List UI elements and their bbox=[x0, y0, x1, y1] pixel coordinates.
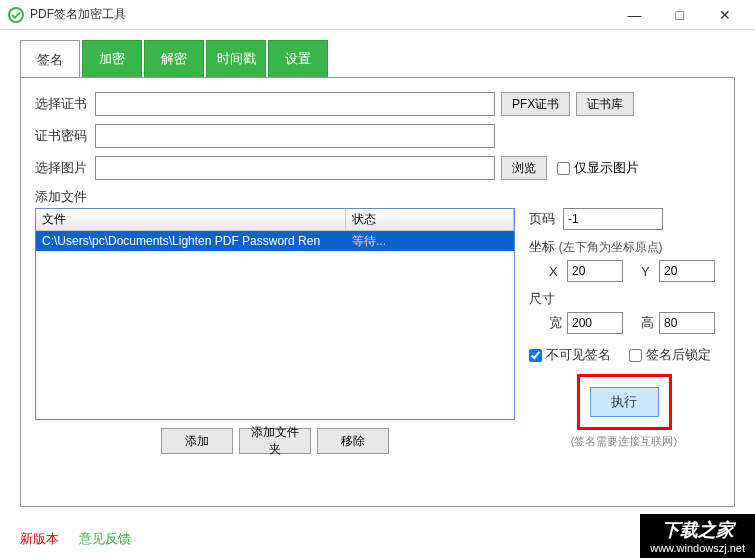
coord-note: (左下角为坐标原点) bbox=[559, 240, 663, 254]
col-file[interactable]: 文件 bbox=[36, 209, 346, 230]
invisible-sign-label[interactable]: 不可见签名 bbox=[529, 346, 611, 364]
execute-button[interactable]: 执行 bbox=[590, 387, 659, 417]
maximize-button[interactable]: □ bbox=[657, 0, 702, 30]
height-input[interactable] bbox=[659, 312, 715, 334]
y-input[interactable] bbox=[659, 260, 715, 282]
x-input[interactable] bbox=[567, 260, 623, 282]
close-button[interactable]: ✕ bbox=[702, 0, 747, 30]
app-icon bbox=[8, 7, 24, 23]
only-show-image-checkbox[interactable] bbox=[557, 162, 570, 175]
minimize-button[interactable]: — bbox=[612, 0, 657, 30]
main-panel: 选择证书 PFX证书 证书库 证书密码 选择图片 浏览 仅显示图片 添加文件 bbox=[20, 77, 735, 507]
invisible-sign-checkbox[interactable] bbox=[529, 349, 542, 362]
file-table[interactable]: 文件 状态 C:\Users\pc\Documents\Lighten PDF … bbox=[35, 208, 515, 420]
only-show-image-label[interactable]: 仅显示图片 bbox=[557, 159, 639, 177]
table-row[interactable]: C:\Users\pc\Documents\Lighten PDF Passwo… bbox=[36, 231, 514, 251]
window-controls: — □ ✕ bbox=[612, 0, 747, 30]
label-page: 页码 bbox=[529, 210, 563, 228]
watermark-cn: 下载之家 bbox=[650, 518, 745, 542]
remove-button[interactable]: 移除 bbox=[317, 428, 389, 454]
label-add-file: 添加文件 bbox=[35, 188, 95, 206]
page-input[interactable] bbox=[563, 208, 663, 230]
col-status[interactable]: 状态 bbox=[346, 209, 514, 230]
watermark: 下载之家 www.windowszj.net bbox=[640, 514, 755, 558]
execute-highlight: 执行 bbox=[577, 374, 672, 430]
add-folder-button[interactable]: 添加文件夹 bbox=[239, 428, 311, 454]
cert-password-input[interactable] bbox=[95, 124, 495, 148]
tab-encrypt[interactable]: 加密 bbox=[82, 40, 142, 78]
file-cell-name: C:\Users\pc\Documents\Lighten PDF Passwo… bbox=[36, 234, 346, 248]
watermark-url: www.windowszj.net bbox=[650, 542, 745, 554]
lock-after-sign-label[interactable]: 签名后锁定 bbox=[629, 346, 711, 364]
label-size: 尺寸 bbox=[529, 290, 719, 308]
tab-sign[interactable]: 签名 bbox=[20, 40, 80, 78]
label-height: 高 bbox=[641, 314, 659, 332]
label-y: Y bbox=[641, 264, 659, 279]
tab-decrypt[interactable]: 解密 bbox=[144, 40, 204, 78]
tab-settings[interactable]: 设置 bbox=[268, 40, 328, 78]
window-title: PDF签名加密工具 bbox=[30, 6, 126, 23]
label-select-image: 选择图片 bbox=[35, 159, 95, 177]
lock-after-sign-checkbox[interactable] bbox=[629, 349, 642, 362]
execute-note: (签名需要连接互联网) bbox=[529, 434, 719, 449]
cert-store-button[interactable]: 证书库 bbox=[576, 92, 634, 116]
label-cert-password: 证书密码 bbox=[35, 127, 95, 145]
pfx-cert-button[interactable]: PFX证书 bbox=[501, 92, 570, 116]
width-input[interactable] bbox=[567, 312, 623, 334]
file-table-header: 文件 状态 bbox=[36, 209, 514, 231]
tab-timestamp[interactable]: 时间戳 bbox=[206, 40, 266, 78]
add-button[interactable]: 添加 bbox=[161, 428, 233, 454]
label-select-cert: 选择证书 bbox=[35, 95, 95, 113]
browse-button[interactable]: 浏览 bbox=[501, 156, 547, 180]
image-path-input[interactable] bbox=[95, 156, 495, 180]
file-cell-status: 等待... bbox=[346, 233, 514, 250]
title-bar: PDF签名加密工具 — □ ✕ bbox=[0, 0, 755, 30]
footer: 新版本 意见反馈 联系我们 bbox=[20, 530, 735, 548]
tab-bar: 签名 加密 解密 时间戳 设置 bbox=[20, 40, 735, 78]
label-width: 宽 bbox=[549, 314, 567, 332]
label-coord: 坐标 bbox=[529, 239, 555, 254]
new-version-link[interactable]: 新版本 bbox=[20, 530, 59, 548]
lock-after-sign-text: 签名后锁定 bbox=[646, 346, 711, 364]
cert-path-input[interactable] bbox=[95, 92, 495, 116]
label-x: X bbox=[549, 264, 567, 279]
only-show-image-text: 仅显示图片 bbox=[574, 159, 639, 177]
feedback-link[interactable]: 意见反馈 bbox=[79, 530, 131, 548]
invisible-sign-text: 不可见签名 bbox=[546, 346, 611, 364]
